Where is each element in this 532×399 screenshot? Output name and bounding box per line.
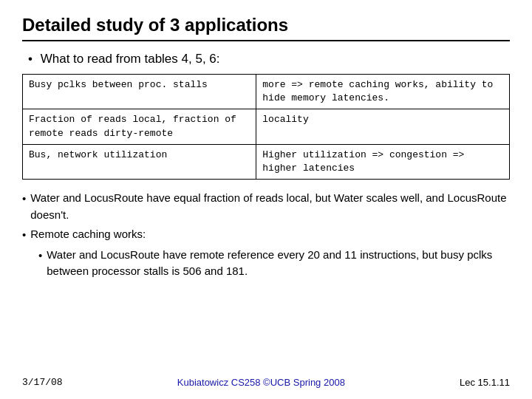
footer-lec: Lec 15.1.11 <box>460 377 510 388</box>
content-section: • Water and LocusRoute have equal fracti… <box>22 190 510 372</box>
footer: 3/17/08 Kubiatowicz CS258 ©UCB Spring 20… <box>22 372 510 388</box>
table-cell-2-1: Fraction of reads local, fraction of rem… <box>23 109 256 144</box>
subtitle: • What to read from tables 4, 5, 6: <box>28 52 510 66</box>
slide-title: Detailed study of 3 applications <box>22 15 510 35</box>
data-table: Busy pclks between proc. stalls more => … <box>22 74 510 180</box>
table-cell-2-2: locality <box>256 109 510 144</box>
table-cell-3-2: Higher utilization => congestion => high… <box>256 144 510 179</box>
footer-center: Kubiatowicz CS258 ©UCB Spring 2008 <box>177 377 345 388</box>
bullet-2-1-marker: • <box>38 248 42 265</box>
bullet-marker-subtitle: • <box>28 52 33 66</box>
footer-date: 3/17/08 <box>22 377 63 388</box>
table-cell-3-1: Bus, network utilization <box>23 144 256 179</box>
table-row: Busy pclks between proc. stalls more => … <box>23 75 510 109</box>
bullet-2-marker: • <box>22 227 26 244</box>
slide-container: Detailed study of 3 applications • What … <box>0 0 532 399</box>
bullet-2-text: Remote caching works: <box>30 226 146 243</box>
table-section: Busy pclks between proc. stalls more => … <box>22 74 510 180</box>
bullet-item-2: • Remote caching works: <box>22 226 510 244</box>
bullet-1-marker: • <box>22 191 26 208</box>
table-row: Bus, network utilization Higher utilizat… <box>23 144 510 179</box>
title-section: Detailed study of 3 applications <box>22 15 510 41</box>
bullet-item-1: • Water and LocusRoute have equal fracti… <box>22 190 510 223</box>
bullet-2-1-text: Water and LocusRoute have remote referen… <box>47 247 510 280</box>
bullet-1-text: Water and LocusRoute have equal fraction… <box>30 190 510 223</box>
table-cell-1-1: Busy pclks between proc. stalls <box>23 75 256 109</box>
bullet-item-2-1: • Water and LocusRoute have remote refer… <box>38 247 510 280</box>
table-row: Fraction of reads local, fraction of rem… <box>23 109 510 144</box>
table-cell-1-2: more => remote caching works, ability to… <box>256 75 510 109</box>
subtitle-text: What to read from tables 4, 5, 6: <box>41 52 220 66</box>
